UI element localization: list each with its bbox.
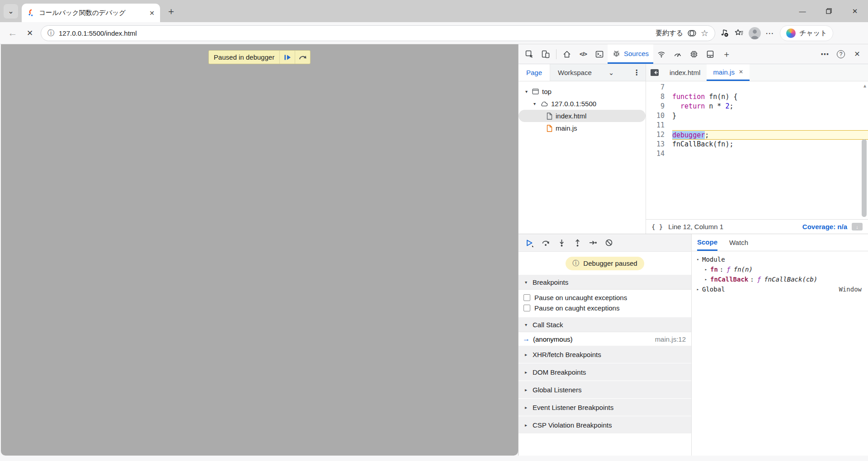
navigator-tab-workspace[interactable]: Workspace: [550, 64, 599, 81]
close-window-button[interactable]: ✕: [842, 0, 868, 22]
line-number[interactable]: 10: [646, 111, 672, 121]
pretty-print-button[interactable]: { }: [651, 223, 663, 230]
navigator-tab-page[interactable]: Page: [519, 64, 550, 81]
scope-tab[interactable]: Scope: [697, 234, 717, 251]
step-button[interactable]: [586, 236, 600, 249]
banner-step-over-button[interactable]: [295, 51, 310, 64]
console-tab-icon[interactable]: [591, 44, 608, 64]
restore-button[interactable]: [816, 0, 842, 22]
caret-down-icon[interactable]: ▾: [532, 101, 537, 106]
copilot-chat-button[interactable]: チャット: [780, 25, 833, 41]
line-number[interactable]: 7: [646, 83, 672, 92]
editor-scrollbar-thumb[interactable]: [862, 139, 867, 217]
profile-avatar[interactable]: [749, 27, 761, 39]
code-line-11[interactable]: 11: [646, 121, 868, 130]
tab-close-icon[interactable]: ✕: [149, 9, 155, 17]
file-tree: ▾ top ▾: [519, 81, 646, 134]
media-controls-icon[interactable]: [720, 28, 730, 38]
favorites-hub-icon[interactable]: [734, 28, 744, 38]
dom-breakpoints-section[interactable]: ▸ DOM Breakpoints: [519, 363, 691, 381]
tab-search-button[interactable]: ⌄: [4, 4, 18, 19]
line-number[interactable]: 8: [646, 92, 672, 102]
content-area: Paused in debugger: [0, 44, 868, 456]
xhr-breakpoints-section[interactable]: ▸ XHR/fetch Breakpoints: [519, 346, 691, 363]
breakpoints-section-header[interactable]: ▾ Breakpoints: [519, 275, 691, 290]
minimize-button[interactable]: —: [789, 0, 816, 22]
url-text[interactable]: 127.0.0.1:5500/index.html: [59, 29, 137, 37]
tree-item-origin[interactable]: ▾ 127.0.0.1:5500: [519, 98, 646, 110]
code-line-8[interactable]: 8function fn(n) {: [646, 92, 868, 102]
code-text: function fn(n) {: [672, 92, 868, 102]
browser-tab[interactable]: コールバック関数のデバッグ ✕: [22, 4, 160, 22]
navigator-tabs-chevron-icon[interactable]: ⌄: [609, 69, 614, 77]
step-into-button[interactable]: [555, 236, 568, 249]
devtools-more-menu-icon[interactable]: ⋯: [816, 44, 833, 64]
memory-tab-icon[interactable]: [686, 44, 702, 64]
code-line-10[interactable]: 10}: [646, 111, 868, 121]
step-over-button[interactable]: [539, 236, 552, 249]
banner-resume-button[interactable]: [279, 51, 295, 64]
line-number[interactable]: 12: [646, 130, 672, 140]
scope-global-row[interactable]: ▸ Global Window: [692, 284, 868, 294]
scope-fn-row[interactable]: ▸ fn: ƒ fn(n): [692, 264, 868, 274]
back-button[interactable]: ←: [6, 28, 19, 38]
caret-right-icon: ▸: [703, 267, 708, 272]
code-line-7[interactable]: 7: [646, 83, 868, 92]
sources-editor: index.html main.js ✕ 78function fn(n) {9…: [646, 64, 868, 234]
line-number[interactable]: 14: [646, 149, 672, 159]
welcome-tab-home-icon[interactable]: [559, 44, 575, 64]
line-number[interactable]: 11: [646, 121, 672, 130]
line-number[interactable]: 9: [646, 102, 672, 111]
application-tab-icon[interactable]: [702, 44, 718, 64]
new-tab-button[interactable]: ＋: [166, 5, 176, 18]
scrollbar-up-icon[interactable]: ▲: [863, 83, 866, 88]
performance-tab-icon[interactable]: [670, 44, 686, 64]
code-line-14[interactable]: 14: [646, 149, 868, 159]
caret-down-icon[interactable]: ▾: [524, 89, 529, 94]
pause-caught-row[interactable]: Pause on caught exceptions: [519, 303, 691, 313]
inspect-tool-icon[interactable]: [521, 44, 538, 64]
code-line-13[interactable]: 13fnCallBack(fn);: [646, 140, 868, 149]
copilot-summarize-icon[interactable]: [687, 28, 697, 38]
navigator-kebab-menu-icon[interactable]: ⋮: [633, 68, 640, 77]
summarize-button[interactable]: 要約する: [656, 29, 683, 38]
scope-fncallback-row[interactable]: ▸ fnCallBack: ƒ fnCallBack(cb): [692, 274, 868, 284]
site-info-icon[interactable]: ⓘ: [47, 28, 55, 38]
collapse-navigator-icon[interactable]: [646, 69, 663, 76]
coverage-link[interactable]: Coverage: n/a: [802, 223, 847, 230]
resume-script-button[interactable]: [523, 236, 537, 249]
tree-item-main-js[interactable]: main.js: [519, 122, 646, 134]
code-line-9[interactable]: 9 return n * 2;: [646, 102, 868, 111]
callstack-section-header[interactable]: ▾ Call Stack: [519, 317, 691, 332]
callstack-frame[interactable]: → (anonymous) main.js:12: [519, 332, 691, 346]
line-number[interactable]: 13: [646, 140, 672, 149]
devtools-close-icon[interactable]: ✕: [849, 44, 865, 64]
csp-violation-breakpoints-section[interactable]: ▸ CSP Violation Breakpoints: [519, 416, 691, 433]
editor-tab-index-html[interactable]: index.html: [663, 64, 707, 81]
code-editor[interactable]: 78function fn(n) {9 return n * 2;10}1112…: [646, 81, 868, 219]
network-tab-icon[interactable]: [653, 44, 670, 64]
tree-item-index-html[interactable]: index.html: [519, 110, 646, 122]
sources-tab[interactable]: Sources: [608, 44, 653, 64]
event-listener-breakpoints-section[interactable]: ▸ Event Listener Breakpoints: [519, 399, 691, 416]
watch-tab[interactable]: Watch: [729, 234, 748, 251]
code-line-12[interactable]: 12debugger;: [646, 130, 868, 140]
pause-uncaught-checkbox[interactable]: [524, 294, 530, 301]
tree-item-top[interactable]: ▾ top: [519, 85, 646, 98]
global-listeners-section[interactable]: ▸ Global Listeners: [519, 381, 691, 398]
stop-loading-button[interactable]: ✕: [24, 28, 36, 38]
close-tab-icon[interactable]: ✕: [739, 69, 743, 75]
elements-tab-icon[interactable]: </>: [575, 44, 591, 64]
favorite-star-icon[interactable]: ☆: [701, 28, 708, 38]
scope-module-row[interactable]: ▾ Module: [692, 254, 868, 264]
pause-caught-checkbox[interactable]: [524, 305, 530, 311]
devtools-help-icon[interactable]: ?: [833, 44, 849, 64]
settings-menu-button[interactable]: ⋯: [765, 28, 774, 38]
address-bar[interactable]: ⓘ 127.0.0.1:5500/index.html 要約する ☆: [41, 25, 715, 41]
deactivate-breakpoints-button[interactable]: [602, 236, 616, 249]
step-out-button[interactable]: [571, 236, 584, 249]
device-emulation-icon[interactable]: [538, 44, 554, 64]
editor-tab-main-js[interactable]: main.js ✕: [707, 64, 750, 81]
more-tools-plus-button[interactable]: ＋: [718, 44, 735, 64]
pause-uncaught-row[interactable]: Pause on uncaught exceptions: [519, 292, 691, 303]
